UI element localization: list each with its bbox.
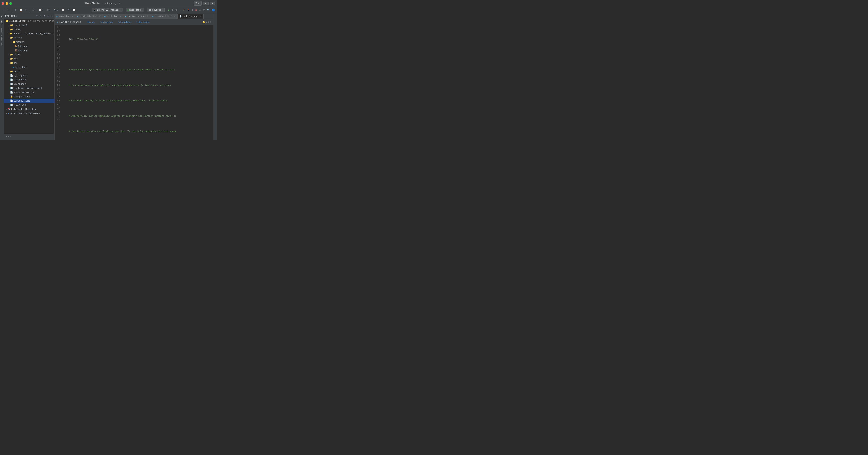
build-button[interactable]: ⚙	[171, 8, 174, 12]
root-folder-icon: 📁	[6, 20, 8, 22]
tab-list-tile-dart[interactable]: ◈ list_tile.dart ✕	[75, 14, 102, 19]
ext-lib-arrow-icon: ▸	[5, 108, 8, 110]
flutter-doctor-button[interactable]: Flutter doctor	[133, 20, 152, 24]
toolbar-comment-btn[interactable]: 💬	[71, 8, 76, 12]
tree-gitignore[interactable]: ▸ 📄 .gitignore	[4, 73, 55, 78]
code-content[interactable]: sdk: ">=2.17.1 <3.0.0" # Dependencies sp…	[62, 25, 213, 140]
stop-button[interactable]: ■	[195, 8, 197, 12]
tree-analysis-options[interactable]: ▸ 📄 analysis_options.yaml	[4, 86, 55, 90]
tab-framework-dart[interactable]: ◈ framework.dart ✕	[151, 14, 178, 19]
tree-dart-tool[interactable]: ▸ 📁 .dart_tool	[4, 23, 55, 27]
sidebar-title: Project	[5, 15, 15, 17]
tree-ios[interactable]: ▸ 📁 ios	[4, 57, 55, 61]
pub-outdated-button[interactable]: Pub outdated	[115, 20, 133, 24]
profiler-button[interactable]: ◫	[203, 8, 206, 12]
minimize-traffic-light[interactable]	[6, 2, 8, 5]
tree-scratches-consoles[interactable]: ▸ ◈ Scratches and Consoles	[4, 111, 55, 116]
line-num-33: 33	[55, 72, 60, 75]
toolbar-color-btn[interactable]: ◱ ▾	[45, 8, 52, 12]
tree-666png[interactable]: ▸ 🖼 666.png	[4, 44, 55, 48]
root-label: liuboflutter	[9, 20, 26, 22]
fold-23	[63, 68, 66, 72]
toolbar-undo-btn[interactable]: ↩	[1, 8, 6, 12]
device-button[interactable]: 📱	[186, 8, 190, 12]
sidebar-collapse-icon[interactable]: ⬚	[39, 14, 42, 18]
readme-file-icon: 📄	[10, 103, 13, 107]
tree-main-dart[interactable]: ▸ ◈ main.dart	[4, 65, 55, 69]
tree-root[interactable]: ▾ 📁 liuboflutter ~/StudioProjects/liub	[4, 19, 55, 23]
line-num-27: 27	[55, 49, 60, 53]
png666-file-icon: 🖼	[15, 45, 17, 48]
counter-down-icon[interactable]: ▼	[210, 21, 211, 23]
counter-up-icon[interactable]: ▲	[208, 21, 209, 23]
line-num-28: 28	[55, 53, 60, 56]
toolbar-redo-btn[interactable]: ↪	[6, 8, 11, 12]
no-devices-selector[interactable]: No Devices ▾	[147, 8, 165, 12]
tab-framework-close-icon[interactable]: ✕	[174, 15, 176, 18]
tree-iml[interactable]: ▸ 📄 liuboflutter.iml	[4, 90, 55, 94]
pub-get-button[interactable]: Pub get	[85, 20, 97, 24]
lightning-button[interactable]: ⚡	[182, 8, 185, 12]
tree-android[interactable]: ▸ 📁 android [liuboflutter_android]	[4, 31, 55, 36]
toolbar-layout-btn[interactable]: ⬜ ▾	[37, 8, 44, 12]
sidebar-expand-icon[interactable]: ⊞	[43, 14, 45, 18]
line-num-37: 37	[55, 87, 60, 91]
tree-idea[interactable]: ▸ 📁 .idea	[4, 27, 55, 31]
project-vtab[interactable]: Project	[0, 15, 3, 26]
vcs-button[interactable]: 🔵	[211, 8, 216, 12]
flutter-commands-bar: ◈ Flutter commands Pub get Pub upgrade P…	[55, 19, 213, 25]
coverage-button[interactable]: ☰	[198, 8, 202, 12]
connect-button[interactable]: ⊕	[191, 8, 194, 12]
toolbar-copy-btn[interactable]: ⧉	[13, 8, 18, 12]
more-dots-icon[interactable]: •••	[6, 135, 11, 139]
tree-packages[interactable]: ▸ 📄 .packages	[4, 82, 55, 86]
toolbar-cut-btn[interactable]: ✂	[24, 8, 29, 12]
step-over-button[interactable]: ⟳	[175, 8, 178, 12]
tree-pubspec-lock[interactable]: ▸ 🔒 pubspec.lock	[4, 94, 55, 99]
tab-pubspec-close-icon[interactable]: ✕	[200, 15, 202, 18]
tree-pubspec-yaml[interactable]: ▸ 📄 pubspec.yaml	[4, 99, 55, 103]
tab-list-tile-close-icon[interactable]: ✕	[99, 15, 101, 18]
resource-manager-vtab[interactable]: Resource Manager	[0, 26, 3, 48]
code-editor[interactable]: 21 22 23 24 25 26 27 28 29 30 31 32 33 3…	[55, 25, 213, 140]
tab-navigator-dart[interactable]: ◈ navigator.dart ✕	[123, 14, 151, 19]
toolbar-format-btn[interactable]: ≡ ▾	[31, 8, 37, 12]
delete-button[interactable]: 🗑	[203, 2, 209, 5]
tab-list-close-icon[interactable]: ✕	[120, 15, 122, 18]
tree-test[interactable]: ▸ 📁 test	[4, 69, 55, 73]
search-button-toolbar[interactable]: 🔍	[206, 8, 211, 12]
branch-selector[interactable]: ◉ main.dart ▾	[126, 8, 144, 12]
toolbar-aspect-btn[interactable]: ⬜	[60, 8, 65, 12]
done-button[interactable]: 完成	[193, 1, 202, 6]
sidebar-add-icon[interactable]: ⊕	[35, 14, 38, 18]
flutter-cmd-counter: 🔔 3 ▲ ▼	[203, 21, 211, 23]
toolbar-paste-btn[interactable]: 📋	[18, 8, 24, 12]
tab-navigator-close-icon[interactable]: ✕	[147, 15, 149, 18]
maximize-traffic-light[interactable]	[9, 2, 12, 5]
tree-metadata[interactable]: ▸ 📄 .metadata	[4, 78, 55, 82]
tree-888png[interactable]: ▸ 🖼 888.png	[4, 48, 55, 53]
step-into-button[interactable]: ⇥	[179, 8, 182, 12]
pub-upgrade-button[interactable]: Pub upgrade	[97, 20, 115, 24]
sidebar-close-icon[interactable]: ✕	[51, 14, 53, 18]
ios-label: ios	[14, 58, 18, 60]
close-traffic-light[interactable]	[2, 2, 4, 5]
tab-pubspec-yaml[interactable]: 📄 pubspec.yaml ✕	[178, 14, 204, 19]
toolbar-font-btn[interactable]: Aa ▾	[52, 8, 60, 12]
tab-list-dart[interactable]: ◈ list.dart ✕	[102, 14, 123, 19]
share-button[interactable]: ⬆	[210, 2, 215, 5]
tree-assets[interactable]: ▾ 📁 assets	[4, 36, 55, 40]
sidebar-gear-icon[interactable]: ⚙	[47, 14, 49, 18]
tree-build[interactable]: ▸ 📁 build	[4, 53, 55, 57]
tree-external-libraries[interactable]: ▸ 📚 External Libraries	[4, 107, 55, 111]
tree-images[interactable]: ▾ 📁 images	[4, 40, 55, 44]
run-button[interactable]: ▶	[167, 8, 170, 12]
tree-lib[interactable]: ▾ 📁 lib	[4, 61, 55, 65]
device-selector[interactable]: 📱 iPhone 12 (mobile) ▾	[92, 8, 123, 12]
line-num-42: 42	[55, 107, 60, 110]
toolbar-crop-btn[interactable]: ⊡	[66, 8, 70, 12]
tab-main-dart-close-icon[interactable]: ✕	[71, 15, 73, 18]
tab-main-dart[interactable]: ◈ main.dart ✕	[55, 14, 75, 19]
fold-25	[63, 99, 66, 102]
tree-readme[interactable]: ▸ 📄 README.md	[4, 103, 55, 107]
